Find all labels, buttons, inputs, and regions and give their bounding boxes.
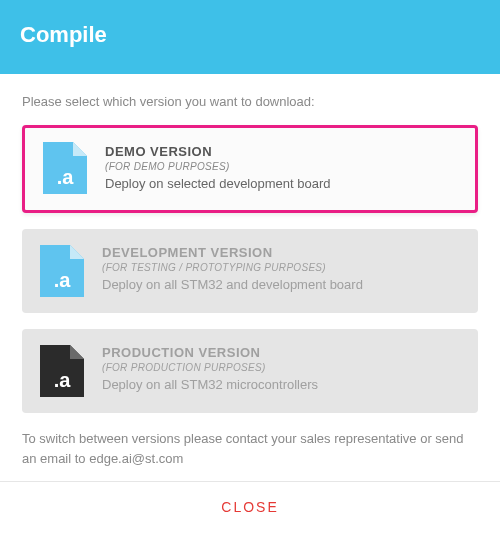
option-text-block: PRODUCTION VERSION (FOR PRODUCTION PURPO… xyxy=(102,343,460,392)
option-demo-version[interactable]: .a DEMO VERSION (FOR DEMO PURPOSES) Depl… xyxy=(22,125,478,213)
file-a-icon: .a xyxy=(40,345,84,397)
footer-note: To switch between versions please contac… xyxy=(22,429,478,468)
file-a-icon: .a xyxy=(40,245,84,297)
svg-text:.a: .a xyxy=(54,269,72,291)
prompt-text: Please select which version you want to … xyxy=(22,94,478,109)
option-development-version: .a DEVELOPMENT VERSION (FOR TESTING / PR… xyxy=(22,229,478,313)
option-title: DEVELOPMENT VERSION xyxy=(102,245,460,260)
dialog-header: Compile xyxy=(0,0,500,74)
dialog-body: Please select which version you want to … xyxy=(0,74,500,481)
compile-dialog: Compile Please select which version you … xyxy=(0,0,500,534)
option-description: Deploy on selected development board xyxy=(105,176,457,191)
option-subtitle: (FOR PRODUCTION PURPOSES) xyxy=(102,362,460,373)
svg-text:.a: .a xyxy=(57,166,75,188)
option-text-block: DEMO VERSION (FOR DEMO PURPOSES) Deploy … xyxy=(105,142,457,191)
option-description: Deploy on all STM32 microcontrollers xyxy=(102,377,460,392)
file-a-icon: .a xyxy=(43,142,87,194)
option-title: PRODUCTION VERSION xyxy=(102,345,460,360)
dialog-actions: CLOSE xyxy=(0,481,500,534)
svg-text:.a: .a xyxy=(54,369,72,391)
option-title: DEMO VERSION xyxy=(105,144,457,159)
close-button[interactable]: CLOSE xyxy=(221,499,278,515)
dialog-title: Compile xyxy=(20,22,107,47)
option-text-block: DEVELOPMENT VERSION (FOR TESTING / PROTO… xyxy=(102,243,460,292)
option-description: Deploy on all STM32 and development boar… xyxy=(102,277,460,292)
option-subtitle: (FOR DEMO PURPOSES) xyxy=(105,161,457,172)
option-production-version: .a PRODUCTION VERSION (FOR PRODUCTION PU… xyxy=(22,329,478,413)
option-subtitle: (FOR TESTING / PROTOTYPING PURPOSES) xyxy=(102,262,460,273)
